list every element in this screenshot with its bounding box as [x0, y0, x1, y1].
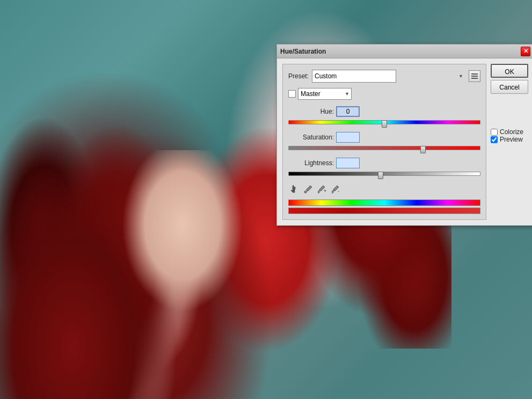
preview-label: Preview [500, 136, 523, 143]
person-silhouette [0, 0, 319, 399]
channel-select[interactable]: MasterRedsYellowsGreensCyansBluesMagenta… [298, 88, 352, 100]
saturation-slider-container [288, 146, 480, 153]
eyedropper-tool[interactable] [302, 183, 314, 195]
dialog-title: Hue/Saturation [280, 48, 326, 55]
saturation-thumb[interactable] [420, 146, 426, 153]
dialog-main-panel: Preset: CustomDefaultCyanotypeFurther In… [282, 64, 486, 220]
svg-rect-1 [471, 76, 478, 77]
lightness-thumb[interactable] [378, 172, 383, 179]
saturation-row: Saturation: 47 [288, 132, 480, 143]
hue-value-input[interactable] [336, 106, 360, 117]
hue-thumb[interactable] [382, 120, 387, 128]
eyedropper-tools: + - [288, 183, 342, 195]
lightness-label: Lightness: [288, 159, 334, 167]
saturation-value-input[interactable]: 47 [336, 132, 360, 143]
preview-row: Preview [491, 136, 528, 143]
lightness-row: Lightness: -2 [288, 158, 480, 168]
saturation-label: Saturation: [288, 134, 334, 141]
cancel-button[interactable]: Cancel [491, 80, 528, 94]
dialog-titlebar: Hue/Saturation ✕ [277, 45, 532, 58]
result-bar [288, 208, 480, 214]
dialog-body: Preset: CustomDefaultCyanotypeFurther In… [277, 58, 532, 225]
svg-point-4 [318, 191, 319, 193]
color-bars [288, 200, 480, 214]
colorize-row: Colorize [491, 128, 528, 136]
checkboxes-area: Colorize Preview [491, 128, 528, 143]
svg-point-3 [304, 191, 307, 193]
hue-slider-container [288, 120, 480, 128]
svg-point-6 [332, 191, 333, 193]
preset-options-button[interactable] [469, 70, 480, 82]
preset-label: Preset: [288, 72, 309, 80]
dialog-buttons-panel: OK Cancel Colorize Preview [491, 64, 528, 220]
colorize-checkbox[interactable] [491, 129, 498, 136]
hand-tool[interactable] [288, 183, 300, 195]
bottom-controls: + - [288, 183, 480, 195]
lightness-value-input[interactable]: -2 [336, 158, 360, 168]
saturation-track [288, 146, 480, 150]
spectrum-bar [288, 200, 480, 206]
eyedropper-add-tool[interactable]: + [316, 183, 328, 195]
preview-checkbox[interactable] [491, 136, 498, 143]
close-button[interactable]: ✕ [521, 47, 530, 56]
lightness-track [288, 172, 480, 176]
hue-label: Hue: [288, 108, 334, 115]
hue-row: Hue: [288, 106, 480, 117]
svg-text:+: + [324, 188, 326, 194]
ok-button[interactable]: OK [491, 64, 528, 78]
colorize-label: Colorize [500, 128, 523, 136]
channel-select-wrapper: MasterRedsYellowsGreensCyansBluesMagenta… [298, 88, 352, 100]
svg-text:-: - [338, 188, 339, 194]
hue-saturation-dialog: Hue/Saturation ✕ Preset: CustomDefaultCy… [276, 44, 532, 226]
channel-checkbox[interactable] [288, 90, 296, 98]
lightness-slider-container [288, 172, 480, 179]
eyedropper-subtract-tool[interactable]: - [330, 183, 342, 195]
preset-select-wrapper: CustomDefaultCyanotypeFurther Increase S… [312, 70, 465, 83]
svg-rect-2 [471, 78, 478, 79]
svg-rect-0 [471, 73, 478, 75]
channel-row: MasterRedsYellowsGreensCyansBluesMagenta… [288, 88, 480, 100]
preset-select[interactable]: CustomDefaultCyanotypeFurther Increase S… [312, 70, 396, 83]
preset-row: Preset: CustomDefaultCyanotypeFurther In… [288, 70, 480, 83]
